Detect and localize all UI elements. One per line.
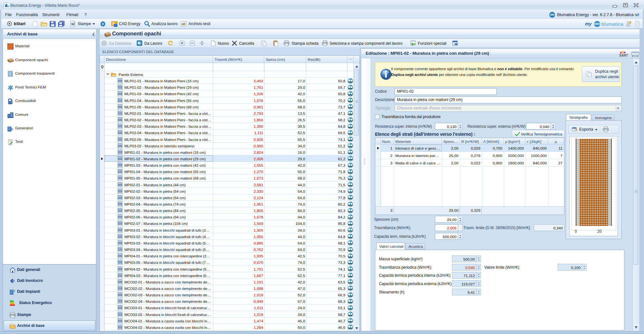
- svg-text:SART: SART: [619, 54, 628, 57]
- svg-text:W: W: [71, 22, 75, 26]
- svg-text:ab: ab: [182, 22, 186, 26]
